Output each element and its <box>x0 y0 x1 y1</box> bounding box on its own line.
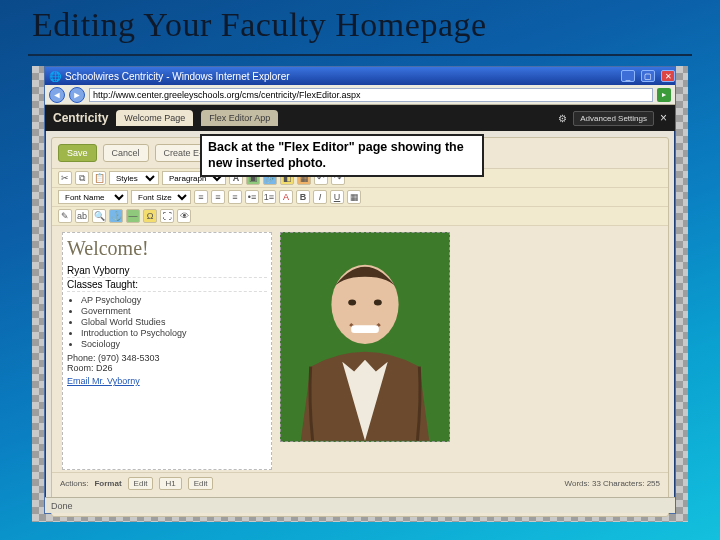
forward-button[interactable]: ► <box>69 87 85 103</box>
maximize-button[interactable]: ▢ <box>641 70 655 82</box>
table-icon[interactable]: ▦ <box>347 190 361 204</box>
room-value: D26 <box>96 363 113 373</box>
welcome-heading: Welcome! <box>67 237 267 260</box>
panel-close-icon[interactable]: × <box>660 111 667 125</box>
tab-welcome[interactable]: Welcome Page <box>116 110 193 126</box>
ie-title-text: Schoolwires Centricity - Windows Interne… <box>65 71 290 82</box>
italic-icon[interactable]: I <box>313 190 327 204</box>
list-item[interactable]: Introduction to Psychology <box>81 328 267 338</box>
ie-icon: 🌐 <box>49 71 61 82</box>
editor-panel: Back at the "Flex Editor" page showing t… <box>51 137 669 517</box>
foot-btn-2[interactable]: H1 <box>159 477 181 490</box>
symbol-icon[interactable]: Ω <box>143 209 157 223</box>
copy-icon[interactable]: ⧉ <box>75 171 89 185</box>
list-item[interactable]: Global World Studies <box>81 317 267 327</box>
instruction-callout: Back at the "Flex Editor" page showing t… <box>200 134 484 177</box>
go-button[interactable]: ▸ <box>657 88 671 102</box>
list-item[interactable]: AP Psychology <box>81 295 267 305</box>
align-right-icon[interactable]: ≡ <box>228 190 242 204</box>
ie-window: 🌐 Schoolwires Centricity - Windows Inter… <box>44 66 676 514</box>
align-left-icon[interactable]: ≡ <box>194 190 208 204</box>
format-label: Format <box>94 479 121 488</box>
toolbar-3: ✎ ab 🔍 ⚓ — Ω ⛶ 👁 <box>52 207 668 226</box>
tab-flex-editor[interactable]: Flex Editor App <box>201 110 278 126</box>
svg-point-2 <box>348 299 356 305</box>
toolbar-2: Font Name Font Size ≡ ≡ ≡ •≡ 1≡ A B I U … <box>52 188 668 207</box>
foot-btn-3[interactable]: Edit <box>188 477 214 490</box>
list-bullets-icon[interactable]: •≡ <box>245 190 259 204</box>
address-input[interactable] <box>89 88 653 102</box>
text-column[interactable]: Welcome! AP Psychology Government Global… <box>62 232 272 470</box>
advanced-settings-button[interactable]: Advanced Settings <box>573 111 654 126</box>
classes-heading[interactable] <box>67 278 267 292</box>
class-list[interactable]: AP Psychology Government Global World St… <box>81 295 267 349</box>
email-link[interactable]: Email Mr. Vyborny <box>67 376 267 386</box>
cancel-button[interactable]: Cancel <box>103 144 149 162</box>
styles-select[interactable]: Styles <box>109 171 159 185</box>
fontsize-select[interactable]: Font Size <box>131 190 191 204</box>
svg-rect-4 <box>351 325 379 333</box>
list-item[interactable]: Government <box>81 306 267 316</box>
list-item[interactable]: Sociology <box>81 339 267 349</box>
back-button[interactable]: ◄ <box>49 87 65 103</box>
spell-icon[interactable]: ab <box>75 209 89 223</box>
anchor-icon[interactable]: ⚓ <box>109 209 123 223</box>
photo-image <box>281 233 449 441</box>
svg-point-3 <box>374 299 382 305</box>
slide-title: Editing Your Faculty Homepage <box>32 6 487 44</box>
title-rule <box>28 54 692 56</box>
close-button[interactable]: ✕ <box>661 70 675 82</box>
underline-icon[interactable]: U <box>330 190 344 204</box>
actions-label: Actions: <box>60 479 88 488</box>
font-color-icon[interactable]: A <box>279 190 293 204</box>
word-count: Words: 33 Characters: 255 <box>565 479 660 488</box>
preview-icon[interactable]: 👁 <box>177 209 191 223</box>
foot-btn-1[interactable]: Edit <box>128 477 154 490</box>
checker-bg: 🌐 Schoolwires Centricity - Windows Inter… <box>32 66 688 522</box>
address-bar: ◄ ► ▸ <box>45 85 675 105</box>
app-logo: Centricity <box>53 111 108 125</box>
status-text: Done <box>51 501 73 511</box>
app-bar: Centricity Welcome Page Flex Editor App … <box>45 105 675 131</box>
find-icon[interactable]: 🔍 <box>92 209 106 223</box>
source-icon[interactable]: ✎ <box>58 209 72 223</box>
editor-content[interactable]: Welcome! AP Psychology Government Global… <box>52 226 668 476</box>
phone-value: (970) 348-5303 <box>98 353 160 363</box>
hr-icon[interactable]: — <box>126 209 140 223</box>
list-numbers-icon[interactable]: 1≡ <box>262 190 276 204</box>
save-button[interactable]: Save <box>58 144 97 162</box>
minimize-button[interactable]: _ <box>621 70 635 82</box>
teacher-name[interactable] <box>67 264 267 278</box>
fullscreen-icon[interactable]: ⛶ <box>160 209 174 223</box>
inserted-photo[interactable] <box>280 232 450 442</box>
ie-titlebar[interactable]: 🌐 Schoolwires Centricity - Windows Inter… <box>45 67 675 85</box>
ie-status-bar: Done <box>45 497 675 513</box>
room-label: Room: <box>67 363 94 373</box>
phone-label: Phone: <box>67 353 96 363</box>
align-center-icon[interactable]: ≡ <box>211 190 225 204</box>
paste-icon[interactable]: 📋 <box>92 171 106 185</box>
bold-icon-2[interactable]: B <box>296 190 310 204</box>
cut-icon[interactable]: ✂ <box>58 171 72 185</box>
panel-footer: Actions: Format Edit H1 Edit Words: 33 C… <box>52 472 668 494</box>
fontname-select[interactable]: Font Name <box>58 190 128 204</box>
gear-icon: ⚙ <box>558 113 567 124</box>
